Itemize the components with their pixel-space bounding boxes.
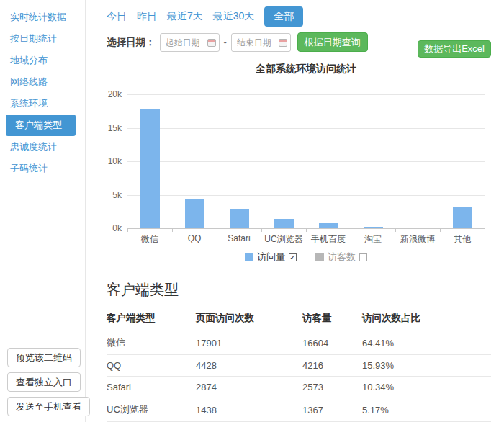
x-axis-tick: [172, 228, 173, 232]
sidebar-item[interactable]: 网络线路: [6, 71, 76, 93]
table-cell: 1367: [302, 398, 362, 422]
table-cell: 4216: [302, 355, 362, 377]
sidebar-footer: 预览该二维码查看独立入口发送至手机查看: [7, 348, 90, 421]
legend-swatch: [315, 253, 324, 261]
end-date-field: [231, 33, 291, 52]
bar: [140, 109, 160, 228]
main-content: 今日昨日最近7天最近30天全部 选择日期： - 根据日期查询 数据导出Excel…: [86, 0, 504, 422]
table-cell: 2874: [196, 377, 302, 398]
bar: [364, 227, 383, 228]
bar: [274, 219, 294, 228]
legend-checkbox[interactable]: ✓: [289, 253, 297, 261]
date-range-label: 选择日期：: [107, 36, 156, 49]
table-row: 微信179011660464.41%: [107, 331, 491, 355]
table-cell: 5.17%: [362, 398, 491, 422]
legend-swatch: [245, 253, 253, 261]
table-cell: QQ: [107, 355, 196, 377]
x-axis-tick: [306, 228, 307, 232]
sidebar-footer-button[interactable]: 预览该二维码: [7, 348, 81, 367]
table-cell: 10.34%: [362, 377, 491, 398]
table-cell: 微信: [107, 331, 196, 355]
table-row: QQ4428421615.93%: [107, 355, 491, 377]
gridline: [127, 195, 485, 196]
legend-item[interactable]: 访问量✓: [245, 251, 297, 264]
x-axis-category-label: 新浪微博: [395, 233, 440, 246]
sidebar-item[interactable]: 子码统计: [6, 158, 76, 179]
chart-legend: 访问量✓访客数: [127, 251, 485, 264]
gridline: [127, 94, 485, 95]
y-axis-tick-label: 15k: [93, 123, 122, 133]
query-by-date-button[interactable]: 根据日期查询: [297, 32, 368, 52]
table-column-header: 访问次数占比: [362, 305, 491, 331]
table-header-row: 客户端类型页面访问次数访客量访问次数占比: [107, 305, 491, 331]
sidebar-footer-button[interactable]: 发送至手机查看: [7, 397, 90, 416]
x-axis-category-label: Safari: [217, 233, 261, 243]
sidebar-item[interactable]: 客户端类型: [6, 115, 76, 136]
bar: [453, 207, 472, 228]
x-axis-category-label: QQ: [172, 233, 217, 243]
x-axis-tick: [485, 228, 485, 232]
table-cell: 4428: [196, 355, 302, 377]
x-axis-category-label: UC浏览器: [261, 233, 306, 246]
y-axis-tick-label: 5k: [93, 190, 122, 200]
legend-checkbox[interactable]: [359, 253, 367, 261]
legend-label: 访问量: [257, 251, 285, 264]
sidebar: 实时统计数据按日期统计地域分布网络线路系统环境客户端类型忠诚度统计子码统计 预览…: [0, 0, 86, 422]
tab[interactable]: 最近30天: [213, 10, 255, 23]
sidebar-item[interactable]: 实时统计数据: [6, 6, 76, 28]
bar: [319, 223, 338, 228]
sidebar-nav: 实时统计数据按日期统计地域分布网络线路系统环境客户端类型忠诚度统计子码统计: [0, 0, 85, 179]
bar: [408, 228, 428, 228]
table-row: UC浏览器143813675.17%: [107, 398, 491, 422]
sidebar-item[interactable]: 系统环境: [6, 93, 76, 115]
table-row: Safari2874257310.34%: [107, 377, 491, 398]
x-axis-category-label: 其他: [440, 233, 485, 246]
date-range-tabs: 今日昨日最近7天最近30天全部: [107, 6, 303, 26]
tab[interactable]: 最近7天: [167, 10, 203, 23]
calendar-icon[interactable]: [279, 39, 287, 47]
sidebar-item[interactable]: 按日期统计: [6, 28, 76, 50]
tab[interactable]: 昨日: [137, 10, 157, 23]
x-axis-tick: [261, 228, 262, 232]
date-filter-row: 选择日期： - 根据日期查询: [107, 32, 368, 52]
section-divider: [107, 302, 491, 302]
table-column-header: 客户端类型: [107, 305, 196, 331]
tab[interactable]: 全部: [264, 6, 303, 27]
x-axis-tick: [440, 228, 441, 232]
client-type-table: 客户端类型页面访问次数访客量访问次数占比 微信179011660464.41%Q…: [107, 305, 491, 422]
table-cell: 64.41%: [362, 331, 491, 355]
x-axis-category-label: 微信: [127, 233, 172, 246]
table-cell: 15.93%: [362, 355, 491, 377]
x-axis-category-label: 手机百度: [306, 233, 351, 246]
start-date-field: [160, 33, 220, 52]
y-axis-tick-label: 20k: [93, 89, 122, 99]
sidebar-item[interactable]: 地域分布: [6, 50, 76, 71]
gridline: [127, 161, 485, 162]
table-column-header: 页面访问次数: [196, 305, 302, 331]
calendar-icon[interactable]: [207, 39, 216, 47]
table-cell: Safari: [107, 377, 196, 398]
table-cell: UC浏览器: [107, 398, 196, 422]
tab[interactable]: 今日: [107, 10, 127, 23]
section-title: 客户端类型: [107, 280, 179, 300]
y-axis-tick-label: 0k: [93, 223, 122, 233]
sidebar-footer-button[interactable]: 查看独立入口: [7, 372, 81, 392]
x-axis-tick: [217, 228, 217, 232]
legend-label: 访客数: [328, 251, 356, 264]
page: 实时统计数据按日期统计地域分布网络线路系统环境客户端类型忠诚度统计子码统计 预览…: [0, 0, 504, 422]
table-cell: 1438: [196, 398, 302, 422]
bar: [185, 199, 204, 228]
legend-item[interactable]: 访客数: [315, 251, 367, 264]
bar: [230, 209, 249, 228]
chart-title: 全部系统环境访问统计: [127, 63, 485, 76]
table-body: 微信179011660464.41%QQ4428421615.93%Safari…: [107, 331, 491, 422]
table-cell: 2573: [302, 377, 362, 398]
export-excel-button[interactable]: 数据导出Excel: [418, 40, 491, 58]
x-axis-tick: [127, 228, 128, 232]
sidebar-item[interactable]: 忠诚度统计: [6, 136, 76, 158]
x-axis-category-label: 淘宝: [351, 233, 395, 246]
table-column-header: 访客量: [302, 305, 362, 331]
y-axis-tick-label: 10k: [93, 156, 122, 166]
table-cell: 17901: [196, 331, 302, 355]
table-cell: 16604: [302, 331, 362, 355]
